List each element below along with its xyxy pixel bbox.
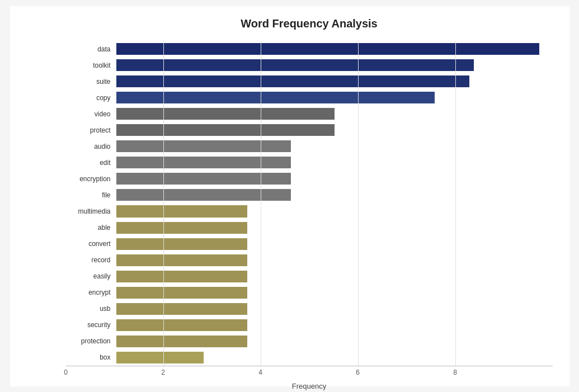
bar-row: convert — [66, 236, 553, 252]
bar — [116, 319, 247, 331]
bar-label: audio — [66, 143, 116, 150]
bar-label: encrypt — [66, 289, 116, 296]
bar-row: able — [66, 220, 553, 235]
bar — [116, 336, 247, 347]
chart-title: Word Frequency Analysis — [66, 17, 553, 30]
bar-row: copy — [66, 90, 553, 106]
x-tick: 0 — [64, 369, 68, 376]
bar-label: encryption — [66, 175, 116, 183]
bar-row: easily — [66, 268, 553, 284]
bar-label: toolkit — [66, 62, 116, 69]
bar-row: audio — [66, 139, 553, 154]
bar-label: protect — [66, 126, 116, 134]
bar — [116, 140, 291, 152]
bar-label: suite — [66, 78, 116, 86]
bar-label: file — [66, 191, 116, 199]
bar-row: protect — [66, 122, 553, 138]
bar-row: protection — [66, 333, 553, 349]
bar-label: multimedia — [66, 207, 116, 215]
bar-row: video — [66, 106, 553, 122]
bar-row: multimedia — [66, 204, 553, 219]
bar-label: protection — [66, 337, 116, 345]
x-tick: 4 — [258, 369, 262, 376]
bar-row: data — [66, 41, 553, 57]
bar-label: convert — [66, 240, 116, 248]
bar — [116, 124, 335, 136]
bar — [116, 189, 291, 201]
bar-row: usb — [66, 301, 553, 317]
bar-label: security — [66, 321, 116, 329]
x-tick: 6 — [356, 369, 360, 376]
chart-container: Word Frequency Analysis datatoolkitsuite… — [10, 6, 569, 386]
bar-label: usb — [66, 305, 116, 313]
bar-row: record — [66, 252, 553, 268]
bar-row: box — [66, 350, 553, 365]
bar-label: record — [66, 256, 116, 264]
bar-label: able — [66, 224, 116, 232]
bar-label: edit — [66, 159, 116, 167]
bar — [116, 157, 291, 168]
bar-row: encryption — [66, 171, 553, 187]
x-axis-label: Frequency — [66, 382, 553, 390]
x-tick: 8 — [453, 369, 457, 376]
bar-row: suite — [66, 74, 553, 89]
bar-row: edit — [66, 155, 553, 171]
bar-label: video — [66, 110, 116, 118]
bar-label: data — [66, 45, 116, 53]
bar — [116, 173, 291, 185]
x-axis: 02468 Frequency — [66, 366, 553, 390]
bar-row: file — [66, 187, 553, 203]
bar-row: encrypt — [66, 285, 553, 300]
bar — [116, 238, 247, 250]
bar-row: toolkit — [66, 58, 553, 73]
bar — [116, 287, 247, 299]
bar-label: copy — [66, 94, 116, 102]
bar — [116, 254, 247, 266]
bar — [116, 205, 247, 217]
bar — [116, 222, 247, 234]
bar-chart: datatoolkitsuitecopyvideoprotectaudioedi… — [66, 41, 553, 366]
bar — [116, 303, 247, 315]
bar — [116, 59, 474, 71]
bar — [116, 75, 470, 87]
bar-label: box — [66, 353, 116, 361]
bar-label: easily — [66, 272, 116, 280]
x-tick: 2 — [161, 369, 165, 376]
bar — [116, 108, 335, 120]
bar-row: security — [66, 317, 553, 333]
bar — [116, 352, 204, 363]
bar — [116, 271, 247, 282]
bar — [116, 92, 435, 103]
bar — [116, 43, 540, 55]
